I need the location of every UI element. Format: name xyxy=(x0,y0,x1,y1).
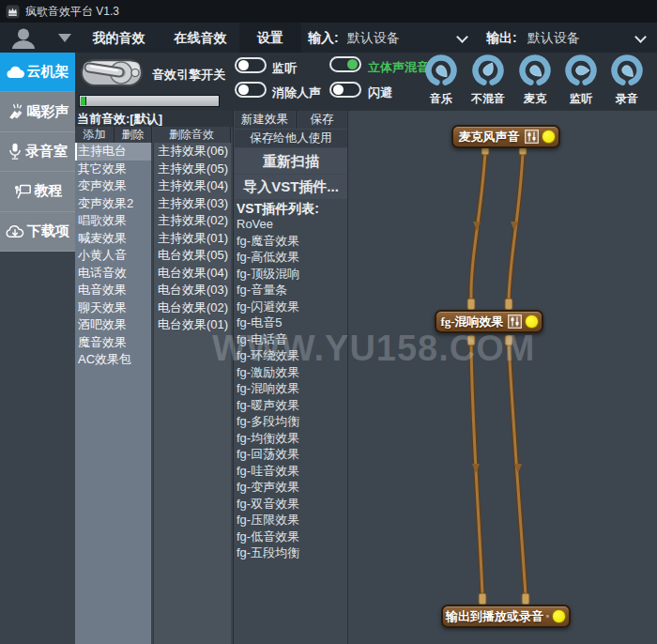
new-effect-button[interactable]: 新建效果 xyxy=(235,111,295,129)
save-button[interactable]: 保存 xyxy=(296,111,347,129)
sidebar-item-downloads[interactable]: 下载项 xyxy=(0,212,75,252)
level-meter xyxy=(79,95,220,107)
category-item[interactable]: 其它效果 xyxy=(75,161,151,178)
sidebar-item-label: 下载项 xyxy=(27,222,69,240)
sidebar-item-label: 教程 xyxy=(35,182,63,200)
user-icon[interactable] xyxy=(9,28,38,49)
toggle-remove-vocal-label: 消除人声 xyxy=(272,84,321,101)
vst-plugin-item[interactable]: fg-高低效果 xyxy=(234,249,348,266)
knob-dial-icon xyxy=(423,54,459,89)
vst-plugin-item[interactable]: fg-电话音 xyxy=(234,331,348,348)
vst-plugin-item[interactable]: fg-环绕效果 xyxy=(234,347,348,364)
knob-mic[interactable]: 麦克 xyxy=(512,54,558,110)
status-light[interactable] xyxy=(552,609,566,623)
knob-monitor[interactable]: 监听 xyxy=(558,54,604,110)
toggle-monitor[interactable] xyxy=(235,57,267,73)
preset-item[interactable]: 电台效果(01) xyxy=(154,316,231,334)
category-item[interactable]: 酒吧效果 xyxy=(75,316,151,334)
sidebar-item-applause[interactable]: 喝彩声 xyxy=(0,92,75,131)
save-for-others-button[interactable]: 保存给他人使用 xyxy=(235,130,347,147)
category-item[interactable]: 主持电台 xyxy=(75,143,151,161)
preset-item[interactable]: 主持效果(01) xyxy=(154,230,231,248)
category-item[interactable]: 小黄人音 xyxy=(75,247,151,265)
chevron-down-icon[interactable] xyxy=(456,31,468,43)
status-light[interactable] xyxy=(542,130,556,144)
mixer-icon[interactable] xyxy=(546,609,549,623)
vst-plugin-item[interactable]: fg-低音效果 xyxy=(234,529,348,545)
delete-effect-button[interactable]: 删除音效 xyxy=(153,127,231,143)
node-reverb-effect[interactable]: fg-混响效果 xyxy=(435,310,543,333)
tab-my-effects[interactable]: 我的音效 xyxy=(80,23,158,53)
vst-plugin-item[interactable]: fg-暖声效果 xyxy=(234,397,348,414)
vst-plugin-item[interactable]: fg-激励效果 xyxy=(234,364,348,381)
category-item[interactable]: 聊天效果 xyxy=(75,299,151,317)
category-item[interactable]: 变声效果 xyxy=(75,177,151,195)
vst-plugin-item[interactable]: fg-顶级混响 xyxy=(234,266,348,283)
vst-plugin-item[interactable]: RoVee xyxy=(234,216,348,233)
output-label: 输出: xyxy=(486,23,517,53)
mixer-icon[interactable] xyxy=(508,314,522,329)
current-effect-strip: 当前音效:[默认] xyxy=(75,111,233,127)
preset-item[interactable]: 电台效果(02) xyxy=(154,299,231,317)
vst-plugin-item[interactable]: fg-电音5 xyxy=(234,314,348,331)
preset-item[interactable]: 电台效果(03) xyxy=(154,282,231,299)
vst-plugin-item[interactable]: fg-音量条 xyxy=(234,282,348,299)
add-button[interactable]: 添加 xyxy=(75,127,115,143)
delete-button[interactable]: 删除 xyxy=(115,127,152,143)
knob-music[interactable]: 音乐 xyxy=(418,54,465,110)
top-bar: 我的音效 在线音效 设置 输入: 默认设备 输出: 默认设备 xyxy=(0,23,657,53)
sidebar-item-cloud-rack[interactable]: 云机架 xyxy=(0,53,75,92)
tab-online-effects[interactable]: 在线音效 xyxy=(161,23,239,53)
sidebar: 云机架 喝彩声 录音室 教程 xyxy=(0,53,75,252)
category-item[interactable]: 唱歌效果 xyxy=(75,212,151,230)
preset-item[interactable]: 电台效果(05) xyxy=(154,247,231,265)
preset-item[interactable]: 主持效果(06) xyxy=(154,143,231,161)
mixer-icon[interactable] xyxy=(525,130,539,144)
vst-plugin-item[interactable]: fg-混响效果 xyxy=(234,380,348,397)
rescan-button[interactable]: 重新扫描 xyxy=(235,148,347,174)
vst-plugin-item[interactable]: fg-压限效果 xyxy=(234,512,348,529)
mic-icon xyxy=(8,143,23,161)
knob-dry[interactable]: 不混音 xyxy=(465,54,512,110)
vst-plugin-item[interactable]: fg-五段均衡 xyxy=(234,544,348,561)
knob-record[interactable]: 录音 xyxy=(604,54,650,110)
category-item[interactable]: 电话音效 xyxy=(75,265,151,283)
node-label: fg-混响效果 xyxy=(439,314,505,330)
output-device-select[interactable]: 默认设备 xyxy=(527,23,580,53)
chevron-down-icon[interactable] xyxy=(634,31,647,43)
engine-switch[interactable] xyxy=(77,53,148,94)
category-item[interactable]: 魔音效果 xyxy=(75,334,151,352)
vst-plugin-item[interactable]: fg-闪避效果 xyxy=(234,299,348,315)
caret-down-icon[interactable] xyxy=(58,34,71,42)
sidebar-item-tutorial[interactable]: 教程 xyxy=(0,172,75,211)
title-bar: 疯歌音效平台 V1.3 xyxy=(0,0,657,23)
status-light[interactable] xyxy=(525,314,539,329)
category-item[interactable]: AC效果包 xyxy=(75,351,151,369)
import-vst-button[interactable]: 导入VST插件... xyxy=(235,175,347,199)
preset-item[interactable]: 主持效果(05) xyxy=(154,161,231,178)
category-item[interactable]: 电音效果 xyxy=(75,282,151,299)
vst-plugin-item[interactable]: fg-双音效果 xyxy=(234,496,348,513)
vst-plugin-item[interactable]: fg-变声效果 xyxy=(234,479,348,496)
vst-plugin-item[interactable]: fg-多段均衡 xyxy=(234,413,348,430)
vst-plugin-item[interactable]: fg-回荡效果 xyxy=(234,446,348,463)
preset-item[interactable]: 主持效果(03) xyxy=(154,195,231,213)
node-microphone-input[interactable]: 麦克风声音 xyxy=(451,125,560,148)
preset-item[interactable]: 电台效果(04) xyxy=(154,265,231,283)
toggle-remove-vocal[interactable] xyxy=(235,82,267,98)
input-device-select[interactable]: 默认设备 xyxy=(347,23,400,53)
vst-plugin-item[interactable]: fg-魔音效果 xyxy=(234,233,348,250)
sidebar-item-recording-studio[interactable]: 录音室 xyxy=(0,132,75,172)
knob-label: 监听 xyxy=(558,91,604,107)
category-item[interactable]: 变声效果2 xyxy=(75,195,151,213)
toggle-ducking[interactable] xyxy=(329,82,361,98)
preset-item[interactable]: 主持效果(02) xyxy=(154,212,231,230)
toggle-stereo-mix[interactable] xyxy=(329,56,361,72)
vst-plugin-item[interactable]: fg-均衡效果 xyxy=(234,430,348,447)
category-item[interactable]: 喊麦效果 xyxy=(75,230,151,248)
tab-settings[interactable]: 设置 xyxy=(239,23,301,53)
engine-switch-label: 音效引擎开关 xyxy=(152,67,225,84)
preset-item[interactable]: 主持效果(04) xyxy=(154,177,231,195)
node-output[interactable]: 输出到播放或录音 xyxy=(441,605,571,628)
vst-plugin-item[interactable]: fg-哇音效果 xyxy=(234,463,348,480)
